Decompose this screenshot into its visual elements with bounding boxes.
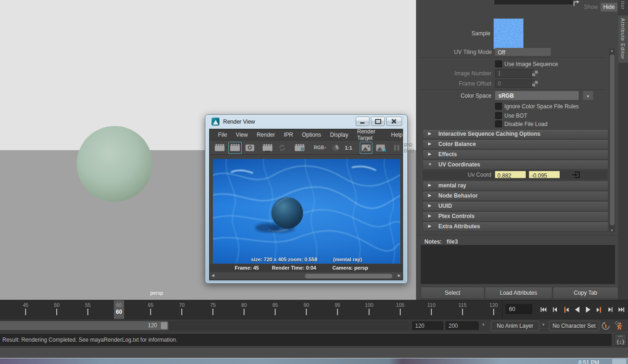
- play-forwards-button[interactable]: [583, 304, 593, 315]
- select-button[interactable]: Select: [421, 287, 484, 299]
- uv-tiling-mode-dropdown[interactable]: Off: [495, 48, 551, 56]
- menu-view[interactable]: View: [236, 132, 248, 138]
- anim-layer-button[interactable]: No Anim Layer: [491, 321, 539, 331]
- section-extra-attributes[interactable]: ▶ Extra Attributes: [423, 222, 608, 232]
- taskbar-tray[interactable]: [612, 359, 626, 364]
- color-space-dropdown[interactable]: sRGB: [495, 91, 579, 100]
- menu-ipr[interactable]: IPR: [284, 132, 293, 138]
- section-interactive-sequence-caching[interactable]: ▶ Interactive Sequence Caching Options: [423, 129, 608, 139]
- redo-previous-render-icon[interactable]: [213, 142, 226, 154]
- render-view-window[interactable]: Render View File View Render: [205, 114, 408, 284]
- menu-render[interactable]: Render: [257, 132, 275, 138]
- snapshot-icon[interactable]: [244, 142, 256, 154]
- chevron-right-icon: ▶: [428, 193, 431, 198]
- range-dropdown-arrow-icon[interactable]: ▼: [482, 323, 485, 327]
- render-current-frame-icon[interactable]: [228, 142, 242, 154]
- tick-label: 65: [141, 302, 160, 308]
- section-effects[interactable]: ▶ Effects: [423, 150, 608, 159]
- time-slider[interactable]: 45 50 55 60 65 70 75 80 85 90 95 100 105…: [0, 300, 628, 319]
- frame-offset-map-icon[interactable]: [532, 81, 538, 86]
- tab-partial-editor[interactable]: itor: [620, 1, 626, 10]
- menu-render-target[interactable]: Render Target: [357, 128, 382, 141]
- animation-end-field[interactable]: 200: [445, 321, 479, 330]
- scroll-right-icon[interactable]: ▶: [398, 273, 401, 278]
- step-forward-key-button[interactable]: [594, 304, 604, 315]
- menu-display[interactable]: Display: [330, 132, 348, 138]
- load-attributes-button[interactable]: Load Attributes: [485, 287, 552, 299]
- disable-file-load-checkbox[interactable]: [495, 120, 502, 127]
- current-frame-field[interactable]: 60: [505, 304, 532, 314]
- play-backwards-button[interactable]: [572, 304, 582, 315]
- viewport-sphere[interactable]: [77, 126, 152, 202]
- scroll-left-icon[interactable]: ◀: [212, 273, 214, 278]
- frame-offset-label: Frame Offset: [416, 80, 491, 87]
- range-slider-handle[interactable]: [161, 322, 167, 329]
- menu-file[interactable]: File: [218, 132, 227, 138]
- frame-offset-field[interactable]: 0: [495, 79, 534, 88]
- step-back-frame-button[interactable]: [549, 304, 560, 315]
- vscroll-thumb[interactable]: [610, 54, 615, 225]
- menu-options[interactable]: Options: [302, 132, 321, 138]
- image-number-map-icon[interactable]: [532, 71, 538, 76]
- playback-end-field[interactable]: 120: [412, 321, 443, 330]
- go-to-end-button[interactable]: [616, 304, 627, 315]
- alpha-channel-icon[interactable]: [330, 142, 341, 154]
- close-button[interactable]: [386, 117, 402, 126]
- swap-node-icon[interactable]: [573, 0, 581, 7]
- use-image-sequence-checkbox[interactable]: [495, 60, 502, 67]
- section-color-balance[interactable]: ▶ Color Balance: [423, 139, 608, 149]
- keep-image-icon[interactable]: [360, 142, 372, 154]
- render-view-titlebar[interactable]: Render View: [205, 115, 407, 129]
- rendered-image[interactable]: size: 720 x 405 zoom: 0.558 (mental ray): [213, 159, 400, 264]
- texture-name-field[interactable]: [494, 0, 574, 5]
- auto-key-toggle-icon[interactable]: [601, 321, 611, 331]
- attribute-editor-panel: Show Hide Sample UV Tiling Mode Off: [416, 0, 618, 300]
- menu-help[interactable]: Help: [391, 132, 403, 138]
- notes-textarea[interactable]: [421, 245, 615, 284]
- section-ptex-controls[interactable]: ▶ Ptex Controls: [423, 212, 608, 221]
- tab-attribute-editor[interactable]: Attribute Editor: [618, 15, 628, 63]
- color-space-dropdown-arrow-icon[interactable]: ▼: [583, 91, 593, 100]
- hscroll-thumb[interactable]: [305, 274, 392, 278]
- scroll-down-icon[interactable]: ▼: [610, 229, 614, 232]
- script-editor-button[interactable]: ••• {;}: [615, 334, 627, 346]
- step-forward-frame-button[interactable]: [605, 304, 615, 315]
- attribute-scrollbar[interactable]: ▲ ▼: [609, 48, 615, 232]
- section-uuid[interactable]: ▶ UUID: [423, 201, 608, 211]
- anim-layer-dropdown-arrow-icon[interactable]: ▼: [542, 323, 545, 327]
- uv-coord-u-field[interactable]: 0.882: [495, 171, 526, 178]
- step-back-key-button[interactable]: [561, 304, 571, 315]
- command-result-field[interactable]: Result: Rendering Completed. See mayaRen…: [0, 334, 612, 346]
- character-set-button[interactable]: No Character Set: [549, 321, 599, 331]
- tick-label: 60: [110, 302, 128, 308]
- sample-swatch[interactable]: [494, 19, 523, 49]
- image-number-field[interactable]: 1: [495, 69, 534, 78]
- minimize-button[interactable]: [356, 117, 370, 126]
- section-mental-ray[interactable]: ▶ mental ray: [423, 181, 608, 191]
- range-slider-bar[interactable]: 120: [0, 321, 168, 330]
- ignore-color-space-rules-checkbox[interactable]: [495, 103, 502, 110]
- one-to-one-icon[interactable]: 1:1: [343, 142, 354, 154]
- hide-button[interactable]: Hide: [601, 3, 617, 12]
- maximize-button[interactable]: [371, 117, 385, 126]
- animation-preferences-icon[interactable]: [614, 321, 624, 331]
- remove-image-icon[interactable]: ✕: [374, 142, 387, 154]
- render-settings-icon[interactable]: [293, 142, 306, 154]
- use-bot-checkbox[interactable]: [495, 112, 502, 119]
- copy-tab-button[interactable]: Copy Tab: [553, 287, 618, 299]
- uv-coord-row: Uv Coord 0.882 -0.095: [423, 170, 608, 180]
- section-uv-coordinates[interactable]: ▼ UV Coordinates: [423, 160, 608, 170]
- rgb-channels-icon[interactable]: RGB ▾: [312, 142, 328, 154]
- scroll-up-icon[interactable]: ▲: [610, 49, 614, 52]
- section-node-behavior[interactable]: ▶ Node Behavior: [423, 191, 608, 201]
- desktop-taskbar: 8:51 PM: [0, 358, 628, 364]
- taskbar-clock[interactable]: 8:51 PM: [578, 359, 599, 364]
- uv-coord-v-field[interactable]: -0.095: [529, 171, 560, 178]
- uv-coord-connection-icon[interactable]: [572, 171, 580, 179]
- render-view-hscrollbar[interactable]: ◀ ▶: [211, 273, 402, 279]
- ipr-render-icon[interactable]: IPR: [261, 142, 274, 154]
- go-to-start-button[interactable]: [538, 304, 549, 315]
- tick-label: 95: [328, 302, 347, 308]
- render-view-client: File View Render IPR Options Display Ren…: [209, 129, 403, 280]
- renderer-label: (mental ray): [333, 257, 362, 262]
